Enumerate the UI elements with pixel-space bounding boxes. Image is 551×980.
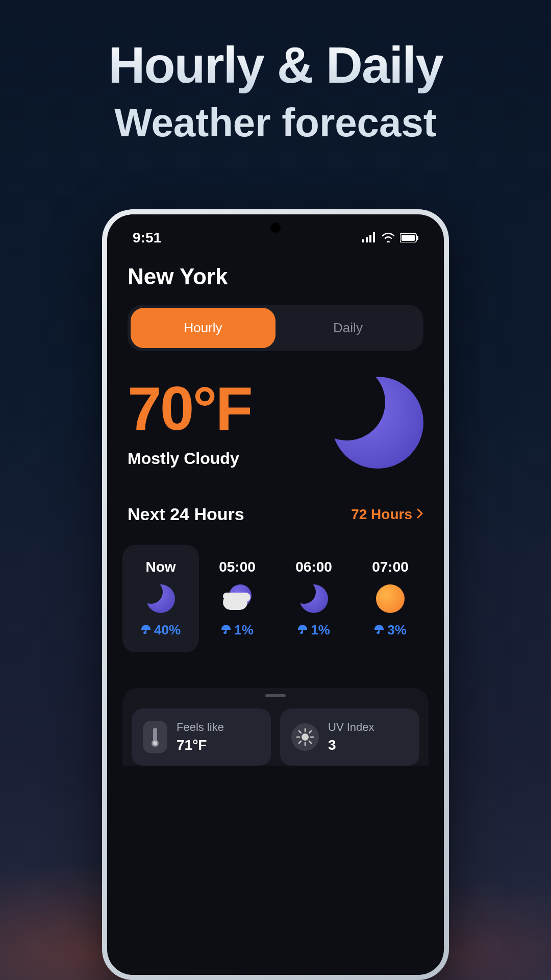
tab-hourly[interactable]: Hourly bbox=[131, 308, 276, 348]
hour-card[interactable]: 06:00 1% bbox=[276, 545, 352, 652]
svg-rect-0 bbox=[362, 239, 364, 242]
hour-precip: 40% bbox=[141, 622, 181, 638]
hourly-forecast-row[interactable]: Now 40% 05:00 1% 06:00 bbox=[122, 534, 429, 663]
tab-daily[interactable]: Daily bbox=[276, 308, 420, 348]
headline-title: Hourly & Daily bbox=[0, 36, 551, 94]
wifi-icon bbox=[382, 230, 395, 246]
precip-value: 40% bbox=[154, 622, 181, 638]
hour-time: Now bbox=[145, 559, 176, 575]
hour-time: 06:00 bbox=[295, 559, 332, 575]
umbrella-icon bbox=[374, 622, 384, 638]
uv-index-card[interactable]: UV Index 3 bbox=[280, 708, 419, 766]
metric-row: Feels like 71°F UV Index 3 bbox=[132, 698, 419, 766]
umbrella-icon bbox=[221, 622, 231, 638]
svg-rect-1 bbox=[366, 237, 368, 242]
svg-rect-7 bbox=[153, 728, 157, 741]
battery-icon bbox=[400, 230, 418, 246]
svg-line-15 bbox=[299, 731, 301, 733]
sun-icon bbox=[291, 723, 319, 751]
svg-line-17 bbox=[299, 741, 301, 743]
hour-precip: 1% bbox=[297, 622, 330, 638]
metric-value: 71°F bbox=[177, 737, 224, 753]
umbrella-icon bbox=[297, 622, 308, 638]
forecast-tabs: Hourly Daily bbox=[128, 305, 423, 351]
current-condition: Mostly Cloudy bbox=[128, 449, 252, 468]
headline-subtitle: Weather forecast bbox=[0, 100, 551, 146]
metric-value: 3 bbox=[328, 737, 374, 753]
chevron-right-icon bbox=[416, 506, 423, 523]
metric-label: Feels like bbox=[177, 721, 224, 734]
precip-value: 3% bbox=[387, 622, 407, 638]
hour-card-now[interactable]: Now 40% bbox=[122, 545, 199, 652]
feels-like-card[interactable]: Feels like 71°F bbox=[132, 708, 271, 766]
moon-icon bbox=[332, 377, 423, 469]
signal-icon bbox=[362, 230, 377, 246]
hour-card[interactable]: 05:00 1% bbox=[199, 545, 276, 652]
hourly-section-header: Next 24 Hours 72 Hours bbox=[122, 484, 429, 534]
72-hours-link[interactable]: 72 Hours bbox=[351, 506, 423, 523]
precip-value: 1% bbox=[311, 622, 330, 638]
section-title: Next 24 Hours bbox=[128, 504, 244, 524]
hour-time: 07:00 bbox=[372, 559, 409, 575]
location-name[interactable]: New York bbox=[122, 246, 429, 305]
hour-time: 05:00 bbox=[219, 559, 256, 575]
svg-rect-6 bbox=[417, 236, 418, 240]
hour-card[interactable]: 07:00 3% bbox=[352, 545, 429, 652]
phone-mockup: 9:51 New York Hourly Daily bbox=[102, 209, 449, 980]
metrics-panel[interactable]: Feels like 71°F UV Index 3 bbox=[122, 688, 429, 766]
cloud-moon-icon bbox=[223, 584, 252, 613]
hour-precip: 1% bbox=[221, 622, 254, 638]
svg-point-9 bbox=[153, 741, 157, 745]
precip-value: 1% bbox=[234, 622, 254, 638]
phone-frame: 9:51 New York Hourly Daily bbox=[102, 209, 449, 980]
svg-rect-2 bbox=[369, 235, 371, 242]
hour-precip: 3% bbox=[374, 622, 407, 638]
svg-rect-5 bbox=[402, 235, 415, 241]
current-weather: 70°F Mostly Cloudy bbox=[122, 351, 429, 484]
umbrella-icon bbox=[141, 622, 151, 638]
svg-point-10 bbox=[302, 733, 309, 741]
thermometer-icon bbox=[143, 721, 167, 753]
temperature-block: 70°F Mostly Cloudy bbox=[128, 378, 252, 468]
section-link-text: 72 Hours bbox=[351, 506, 412, 523]
svg-line-18 bbox=[309, 731, 311, 733]
metric-text: Feels like 71°F bbox=[177, 721, 224, 753]
phone-notch bbox=[270, 223, 281, 233]
current-temperature: 70°F bbox=[128, 378, 252, 439]
moon-icon bbox=[146, 584, 175, 613]
phone-screen: 9:51 New York Hourly Daily bbox=[107, 214, 444, 975]
marketing-headline: Hourly & Daily Weather forecast bbox=[0, 0, 551, 146]
svg-rect-3 bbox=[373, 232, 375, 242]
status-time: 9:51 bbox=[133, 230, 161, 246]
metric-label: UV Index bbox=[328, 721, 374, 734]
status-icons bbox=[362, 230, 418, 246]
metric-text: UV Index 3 bbox=[328, 721, 374, 753]
sun-icon bbox=[376, 584, 405, 613]
svg-line-16 bbox=[309, 741, 311, 743]
panel-drag-handle[interactable] bbox=[265, 694, 286, 697]
moon-icon bbox=[299, 584, 328, 613]
